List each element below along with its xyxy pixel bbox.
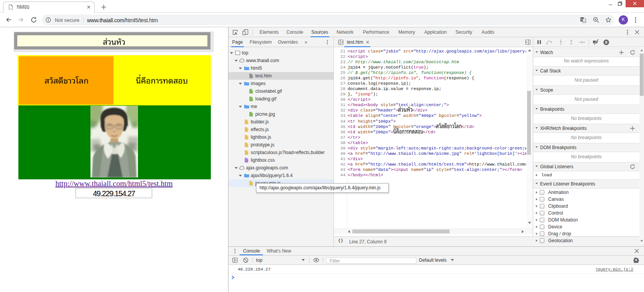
svg-text:x: x	[583, 19, 585, 23]
